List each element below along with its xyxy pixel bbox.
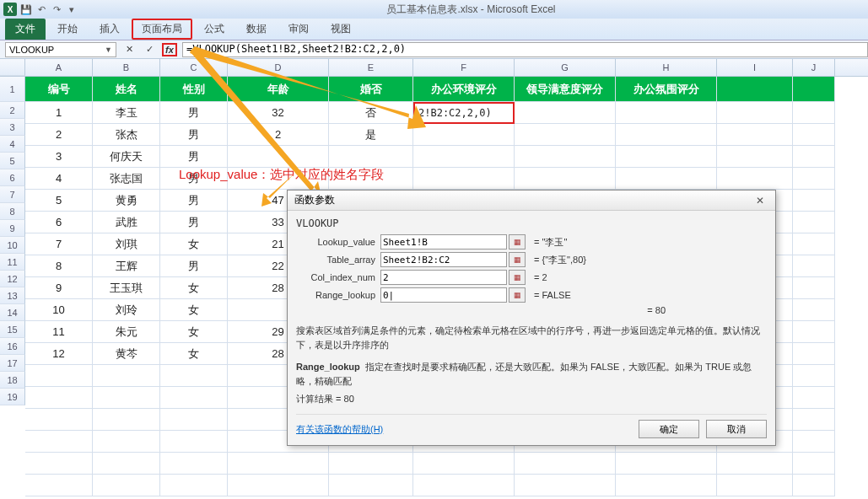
name-box-dropdown-icon[interactable]: ▼ — [105, 46, 112, 54]
cell[interactable] — [93, 475, 160, 496]
cell[interactable]: 男 — [160, 212, 228, 233]
cell[interactable]: 10 — [25, 299, 93, 321]
cell[interactable]: 男 — [160, 102, 228, 124]
cell[interactable] — [616, 453, 717, 475]
cell[interactable]: 黄芩 — [93, 343, 160, 365]
param-input-Lookup_value[interactable] — [380, 234, 507, 250]
cell[interactable] — [515, 168, 616, 190]
cell[interactable]: 女 — [160, 299, 228, 321]
cell[interactable] — [160, 387, 228, 409]
cell[interactable] — [717, 475, 793, 496]
row-header-19[interactable]: 19 — [0, 389, 25, 405]
cell[interactable] — [717, 124, 793, 146]
cell[interactable] — [717, 146, 793, 168]
cell[interactable]: 何庆天 — [93, 146, 160, 168]
cell[interactable] — [793, 431, 835, 453]
cell[interactable] — [413, 146, 515, 168]
cell[interactable] — [793, 475, 835, 496]
cell[interactable] — [160, 475, 228, 496]
cell[interactable] — [25, 387, 93, 409]
cell[interactable]: 女 — [160, 321, 228, 343]
row-header-2[interactable]: 2 — [0, 102, 25, 119]
header-cell[interactable]: 年龄 — [228, 77, 329, 102]
cell[interactable] — [616, 124, 717, 146]
row-header-7[interactable]: 7 — [0, 186, 25, 203]
cell[interactable]: 2 — [25, 124, 93, 146]
cell[interactable] — [616, 146, 717, 168]
cell[interactable]: 7 — [25, 233, 93, 255]
cell[interactable] — [413, 475, 515, 496]
row-header-16[interactable]: 16 — [0, 338, 25, 355]
row-header-8[interactable]: 8 — [0, 203, 25, 220]
row-header-15[interactable]: 15 — [0, 321, 25, 338]
cell[interactable] — [793, 124, 835, 146]
row-header-6[interactable]: 6 — [0, 169, 25, 186]
cell[interactable] — [515, 453, 616, 475]
cell[interactable]: 男 — [160, 255, 228, 277]
cell[interactable] — [793, 321, 835, 343]
cell[interactable]: 8 — [25, 255, 93, 277]
row-header-18[interactable]: 18 — [0, 372, 25, 389]
cell[interactable] — [515, 124, 616, 146]
param-input-Range_lookup[interactable] — [380, 287, 507, 303]
cell[interactable]: 女 — [160, 343, 228, 365]
cell[interactable] — [793, 77, 835, 102]
select-all-corner[interactable] — [0, 59, 25, 76]
col-header-A[interactable]: A — [25, 59, 93, 76]
header-cell[interactable]: 婚否 — [329, 77, 413, 102]
param-input-Col_index_num[interactable] — [380, 270, 507, 285]
cell[interactable]: 男 — [160, 146, 228, 168]
cell[interactable] — [717, 453, 793, 475]
cell[interactable] — [160, 409, 228, 431]
cell[interactable] — [25, 453, 93, 475]
cell[interactable] — [93, 453, 160, 475]
cell[interactable]: 2 — [228, 124, 329, 146]
range-picker-icon[interactable]: ▦ — [509, 270, 526, 285]
cell[interactable]: 武胜 — [93, 212, 160, 233]
param-input-Table_array[interactable] — [380, 252, 507, 267]
tab-home[interactable]: 开始 — [47, 19, 88, 40]
cell[interactable]: 张杰 — [93, 124, 160, 146]
cell[interactable] — [413, 124, 515, 146]
undo-icon[interactable]: ↶ — [35, 3, 47, 15]
cell[interactable] — [616, 475, 717, 496]
cancel-button[interactable]: 取消 — [706, 420, 767, 438]
cell[interactable] — [515, 146, 616, 168]
cell[interactable]: 32 — [228, 102, 329, 124]
header-cell[interactable]: 编号 — [25, 77, 93, 102]
tab-formulas[interactable]: 公式 — [194, 19, 235, 40]
cell[interactable] — [25, 365, 93, 387]
cell[interactable]: 否 — [329, 102, 413, 124]
row-header-13[interactable]: 13 — [0, 287, 25, 304]
cell[interactable] — [329, 453, 413, 475]
cell[interactable] — [329, 146, 413, 168]
cell[interactable] — [93, 431, 160, 453]
col-header-J[interactable]: J — [793, 59, 835, 76]
cell[interactable]: 王玉琪 — [93, 277, 160, 299]
file-tab[interactable]: 文件 — [5, 19, 46, 40]
save-icon[interactable]: 💾 — [20, 3, 32, 15]
cell[interactable] — [228, 475, 329, 496]
row-header-17[interactable]: 17 — [0, 355, 25, 372]
row-header-12[interactable]: 12 — [0, 271, 25, 287]
col-header-I[interactable]: I — [717, 59, 793, 76]
cell[interactable]: 男 — [160, 124, 228, 146]
cell[interactable] — [160, 453, 228, 475]
header-cell[interactable]: 办公环境评分 — [413, 77, 515, 102]
cell[interactable]: 4 — [25, 168, 93, 190]
col-header-F[interactable]: F — [413, 59, 515, 76]
cell[interactable] — [793, 146, 835, 168]
dialog-titlebar[interactable]: 函数参数 ✕ — [288, 190, 775, 211]
cell[interactable] — [793, 343, 835, 365]
cell[interactable] — [329, 475, 413, 496]
formula-input[interactable]: =VLOOKUP(Sheet1!B2,Sheet2!B2:C2,2,0) — [182, 42, 868, 57]
cell[interactable] — [616, 168, 717, 190]
cell[interactable] — [793, 102, 835, 124]
cell[interactable] — [413, 168, 515, 190]
cell[interactable] — [793, 212, 835, 233]
cell[interactable] — [717, 77, 793, 102]
cell[interactable] — [793, 168, 835, 190]
redo-icon[interactable]: ↷ — [51, 3, 62, 15]
cell[interactable]: 女 — [160, 277, 228, 299]
cell[interactable] — [228, 168, 329, 190]
